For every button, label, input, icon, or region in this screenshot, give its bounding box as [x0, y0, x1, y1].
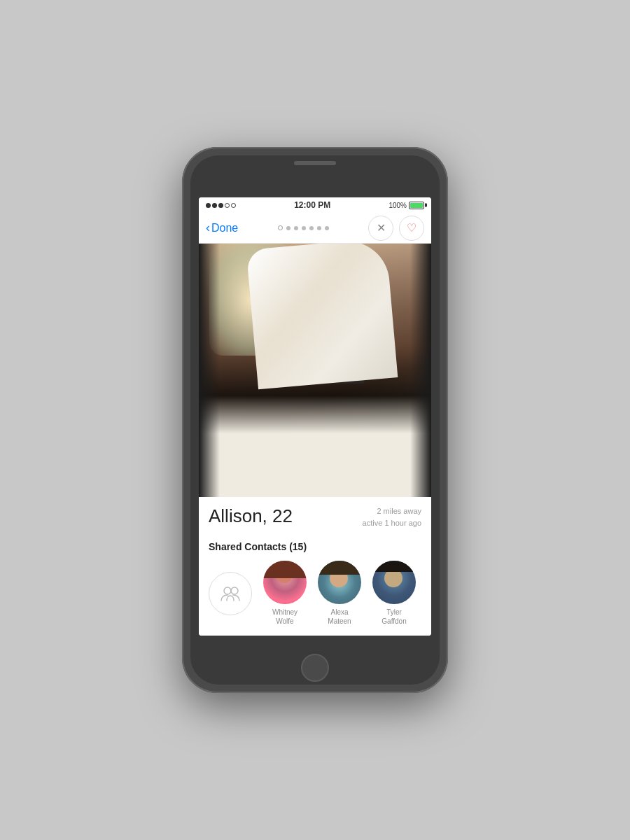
car-interior-left [199, 244, 220, 497]
svg-point-1 [231, 587, 238, 594]
svg-point-0 [224, 587, 231, 594]
contacts-row: WhitneyWolfe AlexaMateen TylerGaffdon [209, 561, 421, 626]
signal-dot-3 [218, 203, 223, 208]
chevron-left-icon: ‹ [206, 220, 210, 235]
distance-line2: active 1 hour ago [363, 517, 421, 529]
status-time: 12:00 PM [294, 200, 330, 210]
contact-avatar-tyler [372, 561, 416, 604]
contacts-icon-circle[interactable] [209, 572, 252, 615]
indicator-dot-5 [309, 226, 314, 230]
person-body [266, 300, 364, 384]
shared-contacts-label: Shared Contacts [209, 541, 286, 552]
signal-dot-2 [212, 203, 217, 208]
shared-contacts-title: Shared Contacts (15) [209, 541, 421, 552]
screen: 12:00 PM 100% ‹ Done [199, 197, 431, 636]
profile-distance: 2 miles away active 1 hour ago [363, 505, 421, 528]
indicator-dot-1 [278, 225, 283, 230]
contact-avatar-whitney [263, 561, 307, 604]
contact-item-tyler[interactable]: TylerGaffdon [372, 561, 416, 626]
distance-line1: 2 miles away [363, 505, 421, 517]
contact-item-alexa[interactable]: AlexaMateen [318, 561, 361, 626]
home-button[interactable] [301, 654, 329, 682]
indicator-dot-3 [294, 226, 298, 230]
battery-percent: 100% [388, 202, 407, 209]
signal-dot-1 [206, 203, 211, 208]
indicator-dot-4 [302, 226, 306, 230]
profile-name: Allison, 22 [209, 505, 293, 527]
speaker-grill [294, 161, 336, 165]
battery-fill [410, 203, 423, 208]
contact-item-whitney[interactable]: WhitneyWolfe [263, 561, 307, 626]
contact-avatar-alexa [318, 561, 361, 604]
phone-frame: 12:00 PM 100% ‹ Done [182, 147, 448, 693]
battery-indicator: 100% [388, 202, 424, 209]
photo-container [199, 244, 431, 497]
done-button[interactable]: ‹ Done [206, 220, 238, 235]
car-interior-right [410, 244, 431, 497]
contact-name-whitney: WhitneyWolfe [272, 608, 298, 626]
heart-icon: ♡ [407, 221, 416, 234]
shared-contacts-count: (15) [289, 541, 307, 552]
phone-inner: 12:00 PM 100% ‹ Done [190, 155, 440, 685]
profile-info-section: Allison, 22 2 miles away active 1 hour a… [199, 497, 431, 541]
status-bar: 12:00 PM 100% [199, 197, 431, 213]
photo-indicators [278, 225, 329, 230]
white-fabric [246, 244, 398, 389]
like-button[interactable]: ♡ [399, 216, 424, 241]
tyler-avatar-image [372, 561, 416, 604]
done-label: Done [211, 222, 238, 234]
people-icon [220, 585, 240, 602]
signal-dot-5 [231, 203, 236, 208]
navigation-bar: ‹ Done ✕ ♡ [199, 213, 431, 244]
profile-name-row: Allison, 22 2 miles away active 1 hour a… [209, 505, 421, 528]
profile-photo[interactable] [199, 244, 431, 497]
signal-dot-4 [225, 203, 230, 208]
contact-name-alexa: AlexaMateen [328, 608, 351, 626]
shared-contacts-section: Shared Contacts (15) [199, 541, 431, 636]
indicator-dot-2 [286, 226, 290, 230]
signal-indicator [206, 203, 236, 208]
contact-name-tyler: TylerGaffdon [382, 608, 406, 626]
close-icon: ✕ [377, 221, 386, 234]
indicator-dot-7 [325, 226, 329, 230]
close-button[interactable]: ✕ [368, 216, 393, 241]
whitney-avatar-image [263, 561, 307, 604]
indicator-dot-6 [317, 226, 321, 230]
alexa-avatar-image [318, 561, 361, 604]
action-buttons: ✕ ♡ [368, 216, 424, 241]
battery-icon [409, 202, 424, 209]
